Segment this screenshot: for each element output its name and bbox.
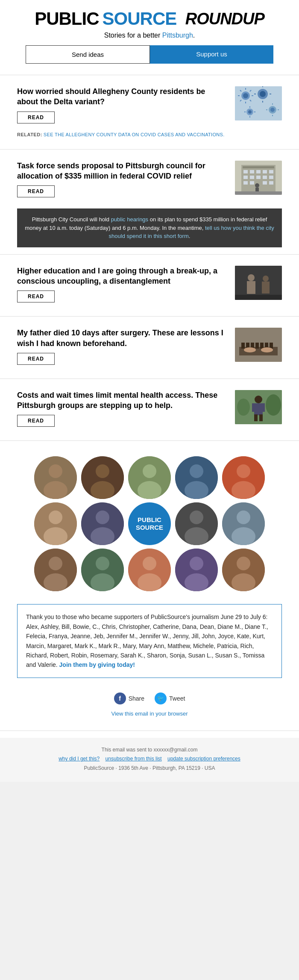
svg-point-85 [190,464,203,478]
svg-rect-53 [262,282,270,293]
support-us-button[interactable]: Support us [150,45,273,64]
svg-rect-38 [250,176,254,179]
article-text-task: Task force sends proposal to Pittsburgh … [17,161,228,198]
divider-4 [0,316,299,317]
tagline: Stories for a better Pittsburgh. [9,32,290,39]
svg-rect-70 [261,403,265,412]
svg-rect-48 [235,191,282,195]
svg-rect-51 [247,281,255,294]
svg-point-109 [143,557,156,570]
read-button-task[interactable]: READ [17,185,55,197]
share-button[interactable]: f Share [114,692,144,704]
article-higher: Higher education and I are going through… [0,261,299,310]
supporters-block: Thank you to those who became supporters… [17,604,282,678]
article-text-higher: Higher education and I are going through… [17,266,228,303]
team-member-1 [34,456,77,499]
send-ideas-button[interactable]: Send ideas [26,45,150,64]
svg-rect-41 [269,176,273,179]
divider-1 [0,75,299,75]
article-title-father: My father died 10 days after surgery. Th… [17,328,228,349]
svg-rect-71 [254,414,258,421]
related-link[interactable]: SEE THE ALLEGHENY COUNTY DATA ON COVID C… [44,132,225,137]
article-row-higher: Higher education and I are going through… [17,266,282,303]
svg-point-115 [237,557,250,570]
svg-rect-43 [250,181,254,185]
svg-point-86 [185,481,208,499]
svg-rect-57 [241,343,245,349]
tagline-city: Pittsburgh [162,32,193,39]
footer-unsubscribe-link[interactable]: unsubscribe from this list [106,756,162,762]
svg-point-64 [244,347,256,352]
tagline-prefix: Stories for a better [104,32,162,39]
divider-3 [0,254,299,255]
read-button-higher[interactable]: READ [17,290,55,302]
svg-point-65 [261,347,273,352]
team-member-7 [81,502,124,545]
footer-links: why did I get this? unsubscribe from thi… [9,754,290,764]
svg-point-76 [49,464,62,478]
article-text-mental: Costs and wait times limit mental health… [17,390,228,427]
svg-point-50 [248,274,255,281]
article-title-task: Task force sends proposal to Pittsburgh … [17,161,228,182]
footer-address: PublicSource · 1936 5th Ave · Pittsburgh… [9,764,290,773]
team-member-12 [128,549,171,591]
svg-rect-45 [269,181,273,185]
svg-point-92 [44,527,67,545]
article-image-delta [235,86,282,120]
team-member-2 [81,456,124,499]
svg-rect-33 [250,170,254,173]
article-task: Task force sends proposal to Pittsburgh … [0,156,299,205]
svg-point-80 [91,481,114,499]
notice-text-before: Pittsburgh City Council will hold [32,216,111,223]
svg-point-97 [190,511,203,524]
svg-point-91 [49,511,62,524]
svg-point-98 [185,527,208,545]
svg-rect-39 [256,176,261,179]
footer-update-link[interactable]: update subscription preferences [167,756,240,762]
svg-point-88 [237,464,250,478]
team-logo-text: PUBLICSOURCE [136,516,163,531]
twitter-icon: 🐦 [155,692,167,704]
read-button-delta[interactable]: READ [17,111,55,123]
svg-rect-35 [263,170,267,173]
team-member-6 [34,502,77,545]
svg-rect-32 [243,170,248,173]
svg-rect-42 [243,181,248,185]
header: PUBLICSOURCE ROUNDUP Stories for a bette… [0,0,299,68]
svg-rect-60 [255,343,259,349]
article-title-mental: Costs and wait times limit mental health… [17,390,228,411]
article-image-higher [235,266,282,300]
view-browser-text: View this email in your browser [111,710,188,717]
supporters-text: Thank you to those who became supporters… [26,613,268,668]
nav-buttons: Send ideas Support us [26,45,273,64]
svg-point-116 [232,573,255,591]
footer: This email was sent to xxxxxx@gmail.com … [0,738,299,782]
team-row-2: PUBLICSOURCE [13,502,286,545]
related-block: RELATED: SEE THE ALLEGHENY COUNTY DATA O… [0,130,299,142]
read-button-father[interactable]: READ [17,353,55,365]
svg-rect-36 [269,170,273,173]
article-image-task [235,161,282,195]
view-browser-link[interactable]: View this email in your browser [0,708,299,724]
logo-roundup: ROUNDUP [185,10,264,28]
notice-link-hearings[interactable]: public hearings [111,216,148,223]
read-button-mental[interactable]: READ [17,415,55,427]
svg-point-110 [138,573,161,591]
related-label: RELATED: [17,132,42,137]
svg-point-106 [96,557,109,570]
article-mental: Costs and wait times limit mental health… [0,386,299,434]
article-text-delta: How worried should Allegheny County resi… [17,86,228,123]
tweet-button[interactable]: 🐦 Tweet [155,692,185,704]
logo-public: PUBLIC [35,9,99,29]
tweet-label: Tweet [169,695,185,702]
divider-6 [0,440,299,441]
supporters-cta[interactable]: Join them by giving today! [59,661,135,668]
svg-point-107 [91,573,114,591]
svg-point-77 [44,481,67,499]
svg-point-10 [243,93,248,98]
footer-why-link[interactable]: why did I get this? [59,756,100,762]
svg-point-104 [44,573,67,591]
svg-point-79 [96,464,109,478]
article-row-delta: How worried should Allegheny County resi… [17,86,282,123]
svg-point-94 [96,511,109,524]
